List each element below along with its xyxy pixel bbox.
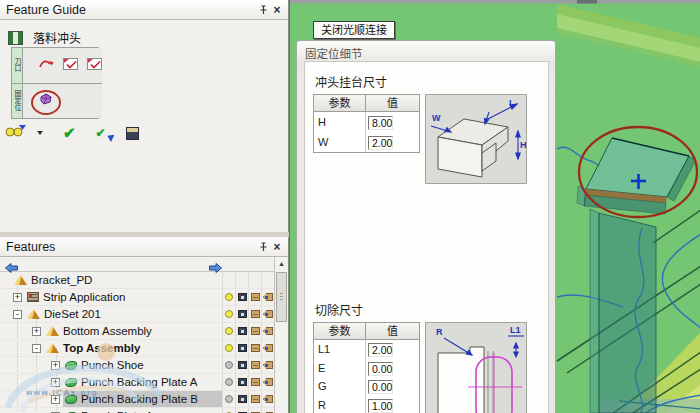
component-box-icon[interactable] — [251, 293, 260, 301]
close-smooth-connection-button[interactable]: 关闭光顺连接 — [313, 21, 395, 39]
report-icon[interactable] — [126, 127, 139, 140]
tree-item-selection[interactable]: Bottom Assembly — [44, 323, 222, 339]
cutting-step-row — [23, 48, 102, 83]
apply-check-icon[interactable]: ✔ — [96, 127, 106, 139]
parameter-row: W 2.00 — [314, 132, 419, 152]
tree-item-selection[interactable]: Punch Shoe — [63, 357, 222, 373]
cut-size-diagram: R L1 — [425, 322, 527, 413]
expand-toggle[interactable]: + — [32, 327, 41, 336]
preview-glasses-icon[interactable] — [5, 124, 27, 142]
scroll-up-icon[interactable]: ▲ — [275, 257, 288, 271]
visibility-bulb-icon[interactable] — [225, 378, 233, 386]
parameter-value-input[interactable]: 0.00 — [368, 380, 393, 394]
tree-item-selection[interactable]: Strip Application — [25, 289, 222, 305]
display-state-icon[interactable] — [238, 361, 247, 369]
tree-item-label: DieSet 201 — [44, 308, 101, 320]
hanging-size-diagram: W L H — [425, 94, 527, 184]
component-box-icon[interactable] — [251, 327, 260, 335]
tree-item-selection[interactable]: Punch Backing Plate A — [63, 374, 222, 390]
expand-toggle[interactable]: - — [32, 344, 41, 353]
close-icon[interactable]: × — [270, 240, 284, 254]
display-state-icon[interactable] — [238, 395, 247, 403]
display-state-icon[interactable] — [238, 327, 247, 335]
display-state-icon[interactable] — [238, 344, 247, 352]
parameter-name: W — [314, 132, 366, 152]
features-titlebar: Features × — [0, 237, 288, 257]
visibility-bulb-icon[interactable] — [225, 344, 233, 352]
node-type-icon — [46, 326, 59, 336]
node-type-icon — [14, 275, 27, 285]
component-box-icon[interactable] — [251, 344, 260, 352]
tree-item[interactable]: + Punch Backing Plate B — [0, 391, 274, 408]
tree-item[interactable]: + Bottom Assembly — [0, 323, 274, 340]
tree-item[interactable]: - DieSet 201 — [0, 306, 274, 323]
tree-item-selection[interactable]: DieSet 201 — [25, 306, 222, 322]
expand-toggle[interactable]: + — [13, 293, 22, 302]
hanging-size-table: 参数 值 H 8.00 W 2.00 — [313, 94, 420, 153]
suppress-key-icon[interactable] — [263, 395, 273, 403]
dim-label-w: W — [432, 113, 441, 123]
dropdown-caret-icon[interactable] — [37, 131, 43, 135]
tree-item-state-icons — [222, 323, 274, 339]
section-title-cut-size: 切除尺寸 — [315, 301, 363, 318]
expand-toggle[interactable]: - — [13, 310, 22, 319]
visibility-bulb-icon[interactable] — [225, 395, 233, 403]
tree-item-selection[interactable]: Punch Plate A — [63, 408, 222, 413]
app-window: 关闭光顺连接 固定位细节 冲头挂台尺寸 参数 值 H 8.00 W 2.00 — [0, 0, 700, 413]
display-state-icon[interactable] — [238, 310, 247, 318]
component-box-icon[interactable] — [251, 310, 260, 318]
visibility-bulb-icon[interactable] — [225, 293, 233, 301]
visibility-bulb-icon[interactable] — [225, 310, 233, 318]
visibility-bulb-icon[interactable] — [225, 327, 233, 335]
feature-guide-toolbar: ✔ ✔ — [5, 124, 139, 142]
tree-item[interactable]: + Punch Backing Plate A — [0, 374, 274, 391]
suppress-key-icon[interactable] — [263, 361, 273, 369]
features-title: Features — [6, 240, 256, 254]
tree-item-selection[interactable]: Top Assembly — [44, 340, 222, 356]
suppress-key-icon[interactable] — [263, 378, 273, 386]
parameter-name: E — [314, 359, 366, 378]
parameter-value-input[interactable]: 2.00 — [368, 136, 393, 150]
tree-item[interactable]: + Punch Shoe — [0, 357, 274, 374]
display-state-icon[interactable] — [238, 293, 247, 301]
scrollbar-thumb[interactable] — [276, 272, 287, 322]
tree-item[interactable]: + Punch Plate A — [0, 408, 274, 413]
ok-check-icon[interactable]: ✔ — [63, 126, 76, 140]
pin-icon[interactable] — [256, 3, 270, 17]
component-box-icon[interactable] — [251, 361, 260, 369]
expand-toggle[interactable]: + — [51, 395, 60, 404]
sheet-check-icon[interactable] — [87, 56, 102, 74]
parameter-name: H — [314, 112, 366, 132]
suppress-key-icon[interactable] — [263, 327, 273, 335]
component-box-icon[interactable] — [251, 378, 260, 386]
dim-label-r: R — [436, 327, 443, 337]
flip-punch-icon[interactable] — [38, 56, 54, 74]
parameter-value-input[interactable]: 0.00 — [368, 362, 393, 376]
parameter-value-input[interactable]: 2.00 — [368, 343, 393, 357]
suppress-key-icon[interactable] — [263, 293, 273, 301]
pin-icon[interactable] — [256, 240, 270, 254]
tree-item[interactable]: - Top Assembly — [0, 340, 274, 357]
visibility-bulb-icon[interactable] — [225, 361, 233, 369]
section-title-hanging-size: 冲头挂台尺寸 — [315, 73, 387, 90]
tree-item-selection[interactable]: Bracket_PD — [12, 272, 222, 288]
tree-item[interactable]: + Strip Application — [0, 289, 274, 306]
suppress-key-icon[interactable] — [263, 310, 273, 318]
sheet-check-icon[interactable] — [63, 56, 78, 74]
suppress-key-icon[interactable] — [263, 344, 273, 352]
parameter-value-input[interactable]: 8.00 — [368, 116, 393, 130]
expand-toggle[interactable]: + — [51, 361, 60, 370]
parameter-row: L1 2.00 — [314, 340, 419, 359]
close-icon[interactable]: × — [270, 3, 284, 17]
tree-item-state-icons — [222, 391, 274, 407]
component-box-icon[interactable] — [251, 395, 260, 403]
parameter-value-input[interactable]: 1.00 — [368, 399, 393, 413]
tree-scrollbar[interactable]: ▲ — [274, 257, 288, 413]
parameter-name: G — [314, 377, 366, 396]
tree-item-selection[interactable]: Punch Backing Plate B — [63, 391, 222, 407]
features-panel: Features × Bracket_PD — [0, 237, 289, 413]
display-state-icon[interactable] — [238, 378, 247, 386]
parameter-name: L1 — [314, 340, 366, 359]
tree-item[interactable]: Bracket_PD — [0, 272, 274, 289]
expand-toggle[interactable]: + — [51, 378, 60, 387]
